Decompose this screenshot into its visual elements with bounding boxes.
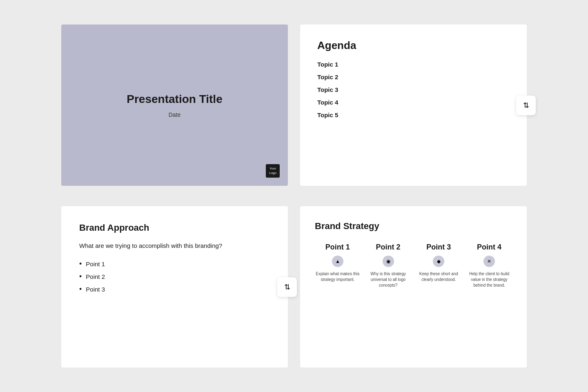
- strategy-point-desc: Explain what makes this strategy importa…: [315, 271, 361, 283]
- slide-agenda: Agenda Topic 1Topic 2Topic 3Topic 4Topic…: [300, 24, 527, 186]
- strategy-point-desc: Help the client to build value in the st…: [466, 271, 512, 288]
- presentation-title: Presentation Title: [127, 93, 222, 106]
- approach-bullet: Point 1: [79, 260, 270, 268]
- strategy-point-icon: ✕: [483, 256, 495, 267]
- strategy-point-icon: ▲: [332, 256, 343, 267]
- strategy-point-icon: ◉: [383, 256, 394, 267]
- agenda-item: Topic 4: [317, 99, 510, 106]
- brand-strategy-heading: Brand Strategy: [315, 221, 512, 232]
- slide-brand-strategy: Brand Strategy Point 1▲Explain what make…: [300, 206, 527, 368]
- logo-placeholder: YourLogo: [266, 164, 280, 178]
- approach-bullet: Point 2: [79, 272, 270, 281]
- agenda-item: Topic 5: [317, 111, 510, 118]
- strategy-point-title: Point 2: [376, 243, 401, 252]
- brand-approach-bullets: Point 1Point 2Point 3: [79, 260, 270, 294]
- strategy-point-desc: Why is this strategy universal to all lo…: [365, 271, 411, 288]
- strategy-point-icon: ◆: [433, 256, 444, 267]
- brand-approach-body: What are we trying to accomplish with th…: [79, 241, 270, 251]
- slide-brand-approach: Brand Approach What are we trying to acc…: [61, 206, 288, 368]
- slide-presentation-title: Presentation Title Date YourLogo: [61, 24, 288, 186]
- strategy-point-title: Point 3: [426, 243, 451, 252]
- swap-button-agenda[interactable]: ⇅: [516, 96, 536, 115]
- brand-approach-heading: Brand Approach: [79, 223, 270, 233]
- agenda-item: Topic 3: [317, 86, 510, 93]
- strategy-point-desc: Keep these short and clearly understood.: [416, 271, 462, 283]
- strategy-point: Point 3◆Keep these short and clearly und…: [416, 243, 462, 288]
- agenda-items: Topic 1Topic 2Topic 3Topic 4Topic 5: [317, 61, 510, 118]
- agenda-item: Topic 1: [317, 61, 510, 68]
- strategy-point: Point 2◉Why is this strategy universal t…: [365, 243, 411, 288]
- strategy-point: Point 4✕Help the client to build value i…: [466, 243, 512, 288]
- agenda-heading: Agenda: [317, 39, 510, 52]
- presentation-date: Date: [169, 111, 181, 118]
- strategy-point-title: Point 1: [325, 243, 350, 252]
- swap-button-approach[interactable]: ⇅: [277, 277, 297, 297]
- agenda-item: Topic 2: [317, 74, 510, 80]
- approach-bullet: Point 3: [79, 285, 270, 294]
- strategy-point-title: Point 4: [477, 243, 501, 252]
- strategy-point: Point 1▲Explain what makes this strategy…: [315, 243, 361, 288]
- strategy-grid: Point 1▲Explain what makes this strategy…: [315, 243, 512, 288]
